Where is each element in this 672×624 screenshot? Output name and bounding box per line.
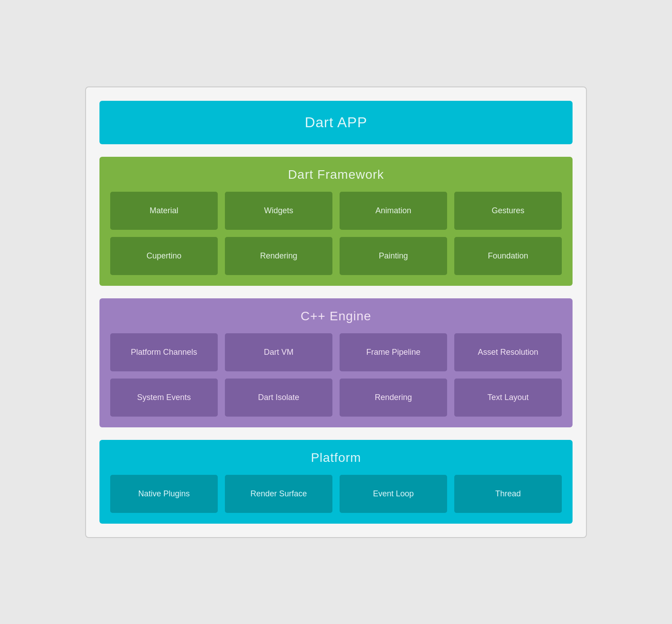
framework-cell-material: Material <box>110 192 218 230</box>
framework-cell-painting: Painting <box>340 237 447 275</box>
framework-cell-foundation: Foundation <box>454 237 562 275</box>
cpp-engine-block: C++ Engine Platform Channels Dart VM Fra… <box>99 298 573 427</box>
engine-label-system-events: System Events <box>137 393 191 402</box>
dart-app-block: Dart APP <box>99 101 573 144</box>
framework-cell-widgets: Widgets <box>225 192 332 230</box>
framework-label-material: Material <box>150 206 178 215</box>
framework-label-gestures: Gestures <box>491 206 524 215</box>
dart-app-title: Dart APP <box>305 114 367 131</box>
engine-cell-frame-pipeline: Frame Pipeline <box>340 333 447 371</box>
engine-label-dart-vm: Dart VM <box>264 348 293 357</box>
platform-block: Platform Native Plugins Render Surface E… <box>99 440 573 524</box>
diagram-container: Dart APP Dart Framework Material Widgets… <box>85 86 587 538</box>
engine-cell-system-events: System Events <box>110 379 218 417</box>
dart-framework-title: Dart Framework <box>110 168 562 182</box>
framework-label-cupertino: Cupertino <box>146 251 181 261</box>
engine-label-text-layout: Text Layout <box>487 393 529 402</box>
engine-label-frame-pipeline: Frame Pipeline <box>366 348 420 357</box>
platform-label-native-plugins: Native Plugins <box>138 489 190 499</box>
framework-cell-gestures: Gestures <box>454 192 562 230</box>
framework-label-widgets: Widgets <box>264 206 293 215</box>
engine-grid: Platform Channels Dart VM Frame Pipeline… <box>110 333 562 417</box>
platform-cell-thread: Thread <box>454 475 562 513</box>
engine-cell-dart-isolate: Dart Isolate <box>225 379 332 417</box>
engine-label-dart-isolate: Dart Isolate <box>258 393 299 402</box>
framework-cell-cupertino: Cupertino <box>110 237 218 275</box>
framework-grid: Material Widgets Animation Gestures Cupe… <box>110 192 562 275</box>
engine-cell-platform-channels: Platform Channels <box>110 333 218 371</box>
platform-label-thread: Thread <box>495 489 521 499</box>
cpp-engine-title: C++ Engine <box>110 309 562 323</box>
engine-cell-dart-vm: Dart VM <box>225 333 332 371</box>
framework-cell-animation: Animation <box>340 192 447 230</box>
platform-cell-render-surface: Render Surface <box>225 475 332 513</box>
engine-label-asset-resolution: Asset Resolution <box>478 348 538 357</box>
platform-label-render-surface: Render Surface <box>250 489 307 499</box>
engine-cell-text-layout: Text Layout <box>454 379 562 417</box>
platform-cell-native-plugins: Native Plugins <box>110 475 218 513</box>
engine-label-rendering: Rendering <box>375 393 412 402</box>
platform-label-event-loop: Event Loop <box>373 489 414 499</box>
framework-label-painting: Painting <box>379 251 408 261</box>
framework-cell-rendering: Rendering <box>225 237 332 275</box>
framework-label-foundation: Foundation <box>488 251 528 261</box>
platform-cell-event-loop: Event Loop <box>340 475 447 513</box>
framework-label-rendering: Rendering <box>260 251 297 261</box>
platform-grid: Native Plugins Render Surface Event Loop… <box>110 475 562 513</box>
engine-cell-asset-resolution: Asset Resolution <box>454 333 562 371</box>
dart-framework-block: Dart Framework Material Widgets Animatio… <box>99 157 573 286</box>
engine-label-platform-channels: Platform Channels <box>131 348 197 357</box>
framework-label-animation: Animation <box>375 206 411 215</box>
platform-title: Platform <box>110 451 562 465</box>
engine-cell-rendering: Rendering <box>340 379 447 417</box>
